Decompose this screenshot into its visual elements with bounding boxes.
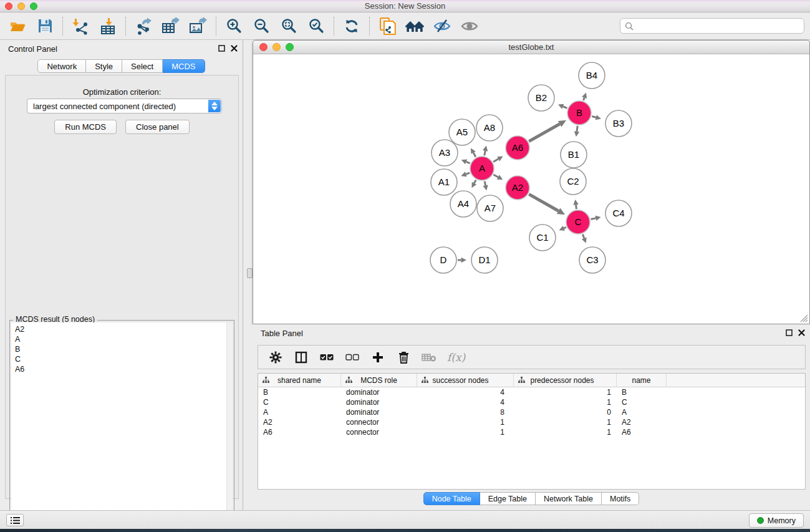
- search-input[interactable]: [636, 20, 804, 32]
- zoom-in-button[interactable]: [223, 16, 244, 37]
- export-table-button[interactable]: [160, 16, 181, 37]
- graph-edge-B-B2[interactable]: [558, 104, 567, 109]
- graph-edge-A-A5[interactable]: [471, 148, 476, 157]
- graph-node-A7[interactable]: A7: [477, 195, 503, 221]
- result-item[interactable]: C: [15, 354, 226, 364]
- column-header-mcds-role[interactable]: MCDS role: [341, 374, 417, 387]
- column-header-name[interactable]: name: [617, 374, 667, 387]
- graph-node-A8[interactable]: A8: [476, 115, 503, 141]
- graph-edge-C-C4[interactable]: [591, 216, 601, 221]
- graph-node-B1[interactable]: B1: [561, 142, 587, 168]
- graph-edge-A-A6[interactable]: [493, 157, 503, 162]
- select-all-button[interactable]: [319, 350, 334, 365]
- graph-edge-B-B3[interactable]: [592, 115, 601, 120]
- task-history-button[interactable]: [6, 514, 24, 526]
- export-image-button[interactable]: [188, 16, 209, 37]
- tab-network-table[interactable]: Network Table: [536, 492, 602, 505]
- graph-edge-A-A8[interactable]: [483, 146, 488, 156]
- import-table-button[interactable]: [97, 16, 118, 37]
- graph-edge-B-B4[interactable]: [582, 93, 587, 101]
- resize-grip-icon[interactable]: [800, 314, 808, 322]
- graph-node-C3[interactable]: C3: [579, 247, 605, 273]
- result-item[interactable]: A6: [15, 364, 226, 374]
- add-row-button[interactable]: [370, 350, 385, 365]
- graph-edge-A-A2[interactable]: [493, 175, 503, 180]
- network-graph[interactable]: A5A8A3A1A4A7AA6A2BB2B4B3B1CC2C4C1C3DD1: [253, 54, 809, 324]
- close-panel-button[interactable]: Close panel: [125, 120, 190, 134]
- float-panel-icon[interactable]: [218, 45, 225, 52]
- graph-edge-A-A4[interactable]: [472, 180, 477, 188]
- close-panel-icon[interactable]: [798, 329, 805, 336]
- graph-node-A1[interactable]: A1: [431, 169, 457, 195]
- optimization-criterion-select[interactable]: largest connected component (directed): [27, 99, 222, 114]
- home-button[interactable]: [404, 16, 425, 37]
- column-header-shared-name[interactable]: shared name: [258, 374, 341, 387]
- show-graphics-details-button[interactable]: [459, 16, 480, 37]
- graph-node-B[interactable]: B: [567, 101, 591, 125]
- tab-select[interactable]: Select: [122, 59, 163, 73]
- graph-node-A3[interactable]: A3: [432, 140, 458, 166]
- memory-button[interactable]: Memory: [749, 513, 804, 528]
- graph-node-A4[interactable]: A4: [450, 191, 476, 217]
- show-column-button[interactable]: [294, 350, 309, 365]
- hide-graphics-details-button[interactable]: [432, 16, 453, 37]
- graph-edge-C-C1[interactable]: [559, 226, 566, 231]
- graph-node-C2[interactable]: C2: [560, 168, 586, 195]
- graph-edge-A6-B[interactable]: [529, 120, 566, 142]
- graph-node-B3[interactable]: B3: [605, 110, 632, 137]
- graph-edge-B-B1[interactable]: [574, 126, 579, 137]
- graph-node-D1[interactable]: D1: [471, 247, 498, 273]
- tab-mcds[interactable]: MCDS: [163, 59, 205, 73]
- function-builder-button[interactable]: f(x): [447, 351, 465, 364]
- graph-node-B4[interactable]: B4: [579, 62, 605, 89]
- run-mcds-button[interactable]: Run MCDS: [54, 120, 117, 134]
- graph-node-C1[interactable]: C1: [529, 225, 556, 251]
- delete-row-button[interactable]: [396, 350, 411, 365]
- graph-node-C[interactable]: C: [566, 210, 590, 234]
- zoom-fit-button[interactable]: [278, 16, 299, 37]
- graph-node-B2[interactable]: B2: [528, 85, 554, 111]
- table-row[interactable]: A2connector11A2: [258, 417, 805, 427]
- result-item[interactable]: A: [15, 334, 226, 344]
- export-network-button[interactable]: [133, 16, 154, 37]
- float-panel-icon[interactable]: [786, 329, 793, 336]
- search-field[interactable]: [620, 18, 804, 34]
- tab-edge-table[interactable]: Edge Table: [480, 492, 536, 505]
- save-session-button[interactable]: [34, 16, 55, 37]
- refresh-button[interactable]: [341, 16, 362, 37]
- graph-node-A5[interactable]: A5: [449, 119, 475, 145]
- open-session-button[interactable]: [7, 16, 28, 37]
- table-options-button[interactable]: [268, 350, 283, 365]
- zoom-out-button[interactable]: [251, 16, 272, 37]
- unselect-all-button[interactable]: [345, 350, 360, 365]
- graph-edge-D-D1[interactable]: [458, 258, 466, 263]
- table-row[interactable]: Cdominator41C: [258, 397, 805, 407]
- column-header-predecessor-nodes[interactable]: predecessor nodes: [514, 374, 617, 387]
- graph-edge-A-A7[interactable]: [483, 181, 488, 191]
- zoom-selected-button[interactable]: [306, 16, 327, 37]
- result-item[interactable]: B: [15, 344, 226, 354]
- graph-edge-A2-C[interactable]: [529, 194, 565, 215]
- tab-motifs[interactable]: Motifs: [602, 492, 639, 505]
- new-session-button[interactable]: [377, 16, 398, 37]
- graph-edge-A-A3[interactable]: [461, 160, 470, 165]
- graph-node-A6[interactable]: A6: [506, 136, 529, 160]
- graph-edge-A-A1[interactable]: [461, 172, 470, 177]
- graph-edge-C-C2[interactable]: [573, 200, 578, 209]
- tab-node-table[interactable]: Node Table: [423, 492, 480, 505]
- graph-node-A[interactable]: A: [470, 157, 494, 180]
- table-row[interactable]: Adominator80A: [258, 407, 805, 417]
- vertical-splitter-handle[interactable]: [247, 268, 253, 278]
- import-network-button[interactable]: [70, 16, 91, 37]
- close-panel-icon[interactable]: [231, 45, 238, 52]
- graph-edge-C-C3[interactable]: [582, 235, 587, 243]
- graph-node-D[interactable]: D: [430, 247, 456, 273]
- network-window-titlebar[interactable]: testGlobe.txt: [253, 41, 809, 54]
- tab-style[interactable]: Style: [86, 59, 122, 73]
- graph-node-C4[interactable]: C4: [605, 200, 632, 226]
- mcds-result-list[interactable]: A2 A B C A6: [11, 322, 226, 532]
- table-row[interactable]: A6connector11A6: [258, 427, 805, 437]
- column-header-successor-nodes[interactable]: successor nodes: [417, 374, 514, 387]
- table-row[interactable]: Bdominator41B: [258, 387, 805, 397]
- graph-node-A2[interactable]: A2: [506, 176, 529, 200]
